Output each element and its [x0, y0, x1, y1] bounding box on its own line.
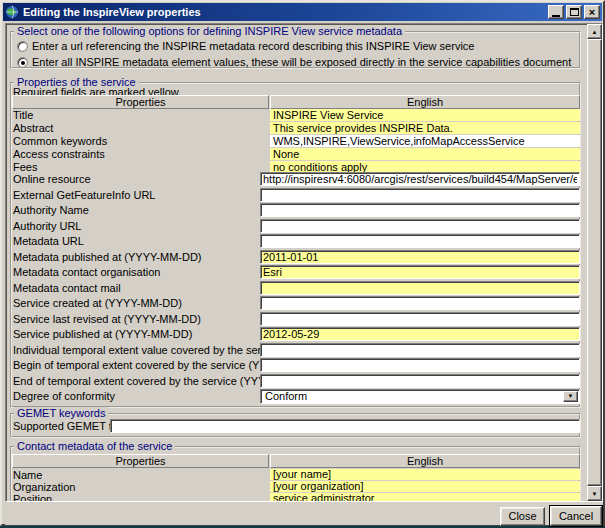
service-created-label: Service created at (YYYY-MM-DD)	[13, 297, 182, 309]
form-row: Service created at (YYYY-MM-DD)	[2, 296, 603, 311]
scroll-down-button[interactable]: ▼	[587, 486, 602, 501]
external-getfeatureinfo-url-input[interactable]	[260, 188, 580, 202]
metadata-url-radio-label[interactable]: Enter a url referencing the INSPIRE meta…	[32, 40, 474, 52]
metadata-contact-mail-input[interactable]	[260, 281, 580, 295]
access-constraints-label: Access constraints	[13, 148, 105, 160]
common-keywords-label: Common keywords	[13, 135, 107, 147]
form-row: Metadata contact mail	[2, 281, 603, 296]
title-bar[interactable]: Editing the InspireView properties ×	[3, 3, 602, 21]
service-last-revised-input[interactable]	[260, 312, 580, 326]
begin-temporal-extent-input[interactable]	[260, 358, 580, 372]
metadata-contact-mail-label: Metadata contact mail	[13, 282, 121, 294]
external-getfeatureinfo-url-label: External GetFeatureInfo URL	[13, 189, 155, 201]
service-last-revised-label: Service last revised at (YYYY-MM-DD)	[13, 313, 201, 325]
authority-name-input[interactable]	[260, 203, 580, 217]
contact-group-title: Contact metadata of the service	[14, 440, 175, 452]
combo-dropdown-button[interactable]: ▼	[563, 391, 578, 402]
authority-url-input[interactable]	[260, 219, 580, 233]
authority-url-label: Authority URL	[13, 220, 81, 232]
service-created-input[interactable]	[260, 296, 580, 310]
minimize-icon	[552, 15, 560, 17]
service-published-label: Service published at (YYYY-MM-DD)	[13, 328, 192, 340]
form-row: Supported GEMET themes	[2, 419, 603, 434]
scrollbar-thumb[interactable]	[587, 39, 602, 486]
form-row: Service published at (YYYY-MM-DD)	[2, 327, 603, 342]
form-row: Degree of conformity Conform ▼	[2, 389, 603, 404]
form-row: Online resource	[2, 172, 603, 187]
title-value[interactable]: INSPIRE View Service	[270, 109, 580, 121]
maximize-icon	[570, 8, 579, 16]
abstract-value[interactable]: This service provides INSPIRE Data.	[270, 122, 580, 134]
metadata-contact-organisation-label: Metadata contact organisation	[13, 266, 160, 278]
contact-column-header-properties: Properties	[12, 454, 269, 468]
abstract-label: Abstract	[13, 122, 53, 134]
supported-gemet-themes-input[interactable]	[110, 419, 580, 433]
metadata-url-radio[interactable]	[17, 41, 28, 52]
form-row: Service last revised at (YYYY-MM-DD)	[2, 312, 603, 327]
online-resource-label: Online resource	[13, 173, 91, 185]
form-row: End of temporal extent covered by the se…	[2, 374, 603, 389]
contact-name-value[interactable]: [your name]	[270, 469, 580, 480]
contact-organization-label: Organization	[13, 481, 75, 493]
dialog-window: Editing the InspireView properties × Sel…	[0, 0, 605, 526]
degree-of-conformity-select[interactable]: Conform ▼	[260, 389, 580, 404]
form-row: Individual temporal extent value covered…	[2, 343, 603, 358]
cancel-button[interactable]: Cancel	[550, 506, 602, 526]
metadata-published-label: Metadata published at (YYYY-MM-DD)	[13, 251, 202, 263]
form-row: Authority URL	[2, 219, 603, 234]
metadata-contact-organisation-input[interactable]	[260, 265, 580, 279]
metadata-url-label: Metadata URL	[13, 235, 84, 247]
form-row: Metadata URL	[2, 234, 603, 249]
form-row: Metadata published at (YYYY-MM-DD)	[2, 250, 603, 265]
scroll-up-icon: ▲	[592, 29, 598, 35]
online-resource-input[interactable]	[260, 172, 580, 186]
metadata-values-radio-label[interactable]: Enter all INSPIRE metadata element value…	[32, 56, 571, 68]
cancel-button-ring: Cancel	[549, 505, 603, 527]
form-row: Begin of temporal extent covered by the …	[2, 358, 603, 373]
degree-of-conformity-label: Degree of conformity	[13, 390, 115, 402]
globe-app-icon	[5, 5, 19, 19]
common-keywords-value[interactable]: WMS,INSPIRE,ViewService,infoMapAccessSer…	[270, 135, 580, 147]
close-icon: ×	[589, 7, 595, 17]
access-constraints-value[interactable]: None	[270, 148, 580, 160]
options-group-title: Select one of the following options for …	[14, 25, 405, 37]
contact-name-label: Name	[13, 469, 42, 481]
metadata-url-input[interactable]	[260, 234, 580, 248]
scroll-up-button[interactable]: ▲	[587, 24, 602, 39]
chevron-down-icon: ▼	[568, 390, 574, 403]
column-header-properties: Properties	[12, 95, 269, 109]
contact-organization-value[interactable]: [your organization]	[270, 481, 580, 492]
authority-name-label: Authority Name	[13, 204, 89, 216]
end-temporal-extent-input[interactable]	[260, 374, 580, 388]
maximize-button[interactable]	[566, 5, 582, 19]
form-row: External GetFeatureInfo URL	[2, 188, 603, 203]
scroll-down-icon: ▼	[592, 491, 598, 497]
individual-temporal-extent-input[interactable]	[260, 343, 580, 357]
column-header-english: English	[270, 95, 580, 109]
gemet-group-title: GEMET keywords	[14, 407, 108, 419]
metadata-published-input[interactable]	[260, 250, 580, 264]
form-row: Metadata contact organisation	[2, 265, 603, 280]
close-button[interactable]: Close	[500, 507, 545, 526]
service-published-input[interactable]	[260, 327, 580, 341]
close-window-button[interactable]: ×	[584, 5, 600, 19]
contact-column-header-english: English	[270, 454, 580, 468]
form-row: Authority Name	[2, 203, 603, 218]
title-label: Title	[13, 109, 33, 121]
degree-of-conformity-value: Conform	[265, 390, 307, 402]
minimize-button[interactable]	[548, 5, 564, 19]
window-title: Editing the InspireView properties	[23, 6, 201, 18]
desktop-background: Editing the InspireView properties × Sel…	[0, 0, 605, 528]
vertical-scrollbar[interactable]: ▲ ▼	[587, 24, 602, 501]
metadata-values-radio[interactable]	[17, 57, 28, 68]
